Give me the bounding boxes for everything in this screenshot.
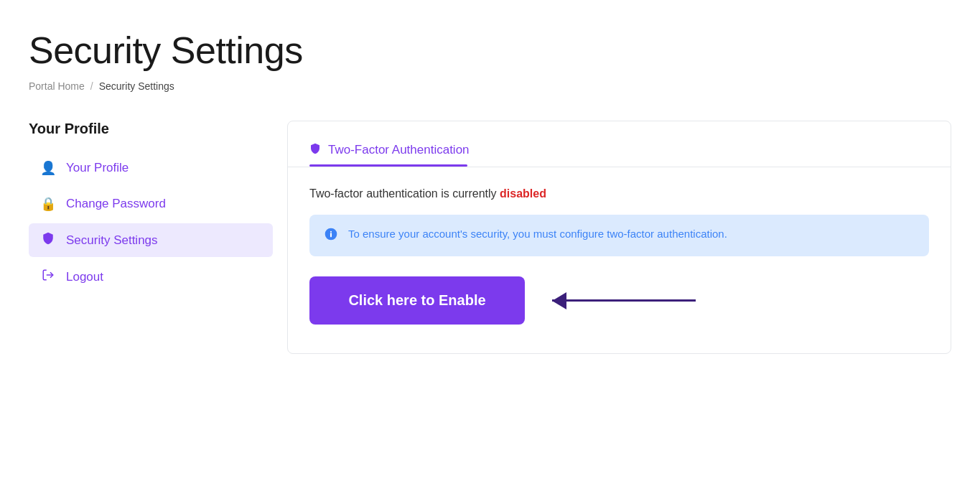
info-icon — [324, 227, 338, 245]
tab-header: Two-Factor Authentication — [309, 143, 929, 157]
sidebar-item-label-your-profile: Your Profile — [66, 161, 129, 175]
breadcrumb-home[interactable]: Portal Home — [29, 80, 85, 92]
status-disabled-badge: disabled — [500, 187, 546, 200]
content-area: Two-Factor Authentication Two-factor aut… — [287, 121, 951, 354]
sidebar-item-change-password[interactable]: 🔒 Change Password — [29, 187, 273, 220]
sidebar-item-label-logout: Logout — [66, 270, 103, 284]
person-icon: 👤 — [40, 160, 56, 176]
sidebar-item-your-profile[interactable]: 👤 Your Profile — [29, 151, 273, 185]
status-text-before: Two-factor authentication is currently — [309, 187, 497, 200]
sidebar-section-title: Your Profile — [29, 121, 273, 137]
sidebar: Your Profile 👤 Your Profile 🔒 Change Pas… — [29, 121, 287, 297]
info-banner: To ensure your account's security, you m… — [309, 215, 929, 256]
lock-icon: 🔒 — [40, 196, 56, 212]
breadcrumb-separator: / — [90, 80, 93, 92]
tab-shield-icon — [309, 143, 321, 157]
auth-status-text: Two-factor authentication is currently d… — [309, 187, 929, 200]
main-layout: Your Profile 👤 Your Profile 🔒 Change Pas… — [29, 121, 951, 354]
sidebar-nav: 👤 Your Profile 🔒 Change Password Securit… — [29, 151, 273, 294]
tab-title: Two-Factor Authentication — [328, 143, 470, 157]
page-container: Security Settings Portal Home / Security… — [0, 0, 980, 383]
shield-icon — [40, 232, 56, 248]
enable-section: Click here to Enable — [309, 276, 929, 325]
arrow-shaft — [552, 299, 696, 302]
enable-button[interactable]: Click here to Enable — [309, 276, 525, 325]
sidebar-item-security-settings[interactable]: Security Settings — [29, 223, 273, 257]
page-title: Security Settings — [29, 29, 951, 72]
sidebar-item-label-security-settings: Security Settings — [66, 233, 158, 248]
logout-icon — [40, 269, 56, 285]
sidebar-item-label-change-password: Change Password — [66, 197, 166, 211]
breadcrumb-current: Security Settings — [99, 80, 174, 92]
info-text: To ensure your account's security, you m… — [348, 226, 727, 243]
arrow-container — [554, 292, 696, 309]
sidebar-item-logout[interactable]: Logout — [29, 260, 273, 294]
breadcrumb: Portal Home / Security Settings — [29, 80, 951, 92]
section-divider — [288, 167, 951, 167]
